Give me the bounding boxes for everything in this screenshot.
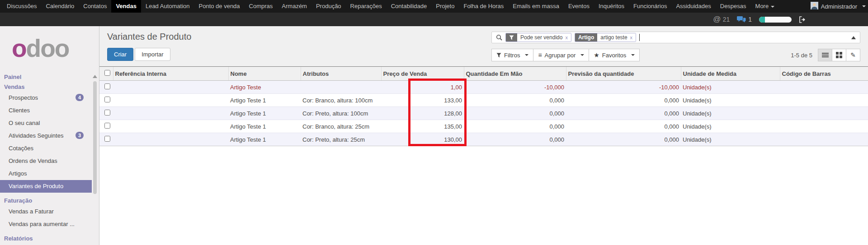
table-row[interactable]: Artigo Teste 1Cor: Preto, altura: 25cm13… bbox=[99, 133, 868, 146]
sidebar-section-vendas[interactable]: Vendas bbox=[0, 83, 99, 92]
column-header-qty[interactable]: Quantidade Em Mão bbox=[464, 67, 566, 81]
table-row[interactable]: Artigo Teste 1Cor: Branco, altura: 25cm1… bbox=[99, 120, 868, 133]
row-select-cell bbox=[99, 120, 113, 133]
mentions-counter[interactable]: @ 21 bbox=[713, 15, 730, 24]
kanban-view-button[interactable] bbox=[832, 49, 846, 61]
nav-item-funcionários[interactable]: Funcionários bbox=[629, 0, 671, 13]
search-facet[interactable]: Artigoartigo testex bbox=[575, 33, 636, 42]
favorites-button[interactable]: ★ Favoritos bbox=[589, 49, 640, 61]
chevron-down-icon bbox=[525, 54, 528, 56]
cell-forecast: 0,000 bbox=[566, 120, 681, 133]
nav-item-folha-de-horas[interactable]: Folha de Horas bbox=[459, 0, 508, 13]
sidebar-item-atividades-seguintes[interactable]: Atividades Seguintes3 bbox=[0, 129, 92, 142]
scroll-up-arrow-icon[interactable] bbox=[93, 75, 97, 78]
sidebar-item-ordens-de-vendas[interactable]: Ordens de Vendas bbox=[0, 155, 92, 167]
top-nav-items: DiscussõesCalendárioContatosVendasLead A… bbox=[0, 0, 779, 13]
nav-item-calendário[interactable]: Calendário bbox=[41, 0, 79, 13]
messages-counter[interactable]: 1 bbox=[737, 16, 752, 23]
sidebar-item-prospectos[interactable]: Prospectos4 bbox=[0, 92, 92, 104]
row-checkbox[interactable] bbox=[104, 97, 110, 102]
search-input[interactable]: Pode ser vendidoxArtigoartigo testex bbox=[491, 32, 860, 43]
scrollbar-thumb[interactable] bbox=[93, 81, 97, 194]
table-row[interactable]: Artigo Teste 1Cor: Preto, altura: 100cm1… bbox=[99, 107, 868, 120]
sidebar-item-cotações[interactable]: Cotações bbox=[0, 142, 92, 155]
row-select-cell bbox=[99, 94, 113, 107]
editable-list-button[interactable]: ✎ bbox=[846, 49, 860, 61]
filters-button[interactable]: Filtros bbox=[491, 49, 533, 61]
cell-uom: Unidade(s) bbox=[681, 94, 780, 107]
cell-qty: 0,000 bbox=[464, 107, 566, 120]
column-header-uom[interactable]: Unidade de Medida bbox=[681, 67, 780, 81]
nav-item-discussões[interactable]: Discussões bbox=[2, 0, 41, 13]
cell-uom: Unidade(s) bbox=[681, 107, 780, 120]
nav-item-reparações[interactable]: Reparações bbox=[346, 0, 387, 13]
search-facet[interactable]: Pode ser vendidox bbox=[505, 33, 571, 42]
cell-name: Artigo Teste 1 bbox=[228, 94, 301, 107]
logout-button[interactable] bbox=[799, 16, 806, 23]
facet-value: Pode ser vendido bbox=[520, 34, 562, 41]
sidebar-menu: PainelVendasProspectos4ClientesO seu can… bbox=[0, 73, 99, 243]
nav-item-lead-automation[interactable]: Lead Automation bbox=[141, 0, 194, 13]
group-by-button[interactable]: ≡ Agrupar por bbox=[533, 49, 589, 61]
facet-remove-button[interactable]: x bbox=[565, 35, 568, 40]
create-button[interactable]: Criar bbox=[107, 48, 133, 61]
row-checkbox[interactable] bbox=[104, 83, 110, 89]
column-header-barcode[interactable]: Código de Barras bbox=[780, 67, 868, 81]
nav-item-more[interactable]: More bbox=[751, 0, 779, 13]
nav-item-produção[interactable]: Produção bbox=[311, 0, 346, 13]
cell-forecast: 0,000 bbox=[566, 133, 681, 146]
cell-ref bbox=[113, 81, 228, 94]
chevron-down-icon bbox=[580, 54, 584, 56]
column-header-name[interactable]: Nome bbox=[228, 67, 301, 81]
sidebar-section-faturação[interactable]: Faturação bbox=[0, 196, 99, 205]
progress-bar[interactable] bbox=[759, 17, 792, 23]
cell-forecast: 0,000 bbox=[566, 94, 681, 107]
nav-item-compras[interactable]: Compras bbox=[245, 0, 278, 13]
nav-item-despesas[interactable]: Despesas bbox=[716, 0, 751, 13]
cell-barcode bbox=[780, 81, 868, 94]
edit-pencil-icon: ✎ bbox=[850, 52, 856, 58]
list-view-icon bbox=[822, 53, 829, 54]
sidebar-item-vendas-a-faturar[interactable]: Vendas a Faturar bbox=[0, 205, 92, 218]
avatar bbox=[811, 2, 818, 11]
sidebar-item-vendas-para-aumentar-...[interactable]: Vendas para aumentar ... bbox=[0, 218, 92, 231]
column-header-ref[interactable]: Referência Interna bbox=[113, 67, 228, 81]
sidebar-item-o-seu-canal[interactable]: O seu canal bbox=[0, 117, 92, 129]
select-all-checkbox[interactable] bbox=[104, 70, 110, 76]
search-dropdown-caret-icon[interactable] bbox=[851, 36, 856, 39]
import-button[interactable]: Importar bbox=[135, 48, 170, 61]
sidebar-section-relatórios[interactable]: Relatórios bbox=[0, 234, 99, 243]
row-checkbox[interactable] bbox=[104, 123, 110, 129]
table-row[interactable]: Artigo Teste 1Cor: Branco, altura: 100cm… bbox=[99, 94, 868, 107]
nav-item-emails-em-massa[interactable]: Emails em massa bbox=[508, 0, 564, 13]
nav-item-inquéritos[interactable]: Inquéritos bbox=[594, 0, 629, 13]
row-checkbox[interactable] bbox=[104, 110, 110, 116]
nav-item-projeto[interactable]: Projeto bbox=[431, 0, 459, 13]
sidebar: odoo PainelVendasProspectos4ClientesO se… bbox=[0, 26, 99, 245]
cell-qty: 0,000 bbox=[464, 120, 566, 133]
list-view-button[interactable] bbox=[818, 49, 832, 61]
progress-fill bbox=[759, 17, 765, 23]
nav-item-armazém[interactable]: Armazém bbox=[277, 0, 311, 13]
column-header-attrs[interactable]: Atributos bbox=[301, 67, 381, 81]
nav-item-ponto-de-venda[interactable]: Ponto de venda bbox=[194, 0, 245, 13]
sidebar-scrollbar[interactable] bbox=[93, 75, 97, 245]
row-select-cell bbox=[99, 133, 113, 146]
nav-item-assiduidades[interactable]: Assiduidades bbox=[671, 0, 715, 13]
top-menubar: DiscussõesCalendárioContatosVendasLead A… bbox=[0, 0, 868, 13]
sidebar-section-painel[interactable]: Painel bbox=[0, 73, 99, 82]
user-menu[interactable]: Administrador bbox=[811, 0, 868, 13]
sidebar-item-artigos[interactable]: Artigos bbox=[0, 167, 92, 180]
search-facets: Pode ser vendidoxArtigoartigo testex bbox=[505, 33, 636, 42]
nav-item-contabilidade[interactable]: Contabilidade bbox=[387, 0, 432, 13]
nav-item-contatos[interactable]: Contatos bbox=[79, 0, 111, 13]
facet-remove-button[interactable]: x bbox=[630, 35, 633, 40]
sidebar-item-clientes[interactable]: Clientes bbox=[0, 104, 92, 117]
nav-item-eventos[interactable]: Eventos bbox=[564, 0, 594, 13]
row-checkbox[interactable] bbox=[104, 136, 110, 142]
row-select-cell bbox=[99, 107, 113, 120]
table-row[interactable]: Artigo Teste1,00-10,000-10,000Unidade(s) bbox=[99, 81, 868, 94]
nav-item-vendas[interactable]: Vendas bbox=[111, 0, 141, 13]
sidebar-item-variantes-de-produto[interactable]: Variantes de Produto bbox=[0, 180, 92, 193]
column-header-forecast[interactable]: Previsão da quantidade bbox=[566, 67, 681, 81]
